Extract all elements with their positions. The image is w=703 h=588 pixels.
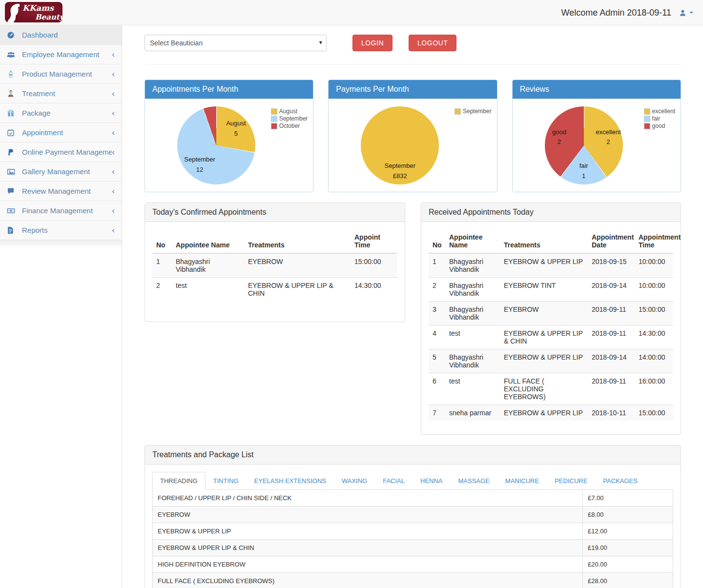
sidebar-item-package[interactable]: Package ‹ — [0, 103, 122, 123]
table-cell: EYEBROW & UPPER LIP & CHIN — [244, 278, 351, 302]
legend-item: September — [455, 108, 492, 115]
sidebar-item-review-management[interactable]: Review Management ‹ — [0, 182, 122, 201]
chart-body: August5September12 AugustSeptemberOctobe… — [145, 99, 313, 192]
tab-pedicure[interactable]: PEDICURE — [547, 472, 595, 490]
chevron-left-icon: ‹ — [112, 206, 115, 215]
column-header: Appointee Name — [172, 229, 244, 253]
caret-down-icon — [689, 12, 693, 14]
sidebar-item-online-payment-management[interactable]: Online Payment Management ‹ — [0, 142, 122, 162]
table-cell: 2018-09-11 — [588, 325, 635, 349]
sidebar-item-reports[interactable]: Reports ‹ — [0, 221, 122, 240]
legend-item: August — [271, 108, 308, 115]
table-cell: 10:00:00 — [635, 253, 673, 278]
chevron-left-icon: ‹ — [112, 226, 115, 234]
panel-title: Payments Per Month — [329, 80, 496, 99]
payments-per-month-panel: Payments Per Month September£832 Septemb… — [328, 80, 497, 192]
table-cell: EYEBROW & UPPER LIP — [500, 349, 588, 373]
legend-swatch — [644, 108, 650, 115]
table-row: 4testEYEBROW & UPPER LIP & CHIN2018-09-1… — [429, 325, 673, 349]
legend-item: September — [271, 115, 308, 122]
tab-manicure[interactable]: MANICURE — [497, 472, 547, 490]
sidebar-item-treatment[interactable]: Treatment ‹ — [0, 84, 122, 103]
legend-label: September — [279, 115, 308, 122]
column-header: Appointment Time — [635, 229, 673, 253]
sidebar-item-appointment[interactable]: Appointment ‹ — [0, 123, 122, 142]
main-content: Select Beautician ▼ LOGIN LOGOUT Appoint… — [123, 26, 703, 588]
sidebar-item-dashboard[interactable]: Dashboard — [0, 25, 122, 45]
legend-swatch — [271, 108, 277, 115]
table-cell: 16:00:00 — [635, 373, 673, 405]
table-cell: test — [445, 373, 500, 405]
sidebar-shadow — [0, 240, 122, 248]
calendar-check-icon — [7, 129, 19, 137]
table-row: 1Bhagyashri VibhandikEYEBROW & UPPER LIP… — [429, 253, 673, 278]
image-icon — [7, 168, 19, 176]
table-cell: 15:00:00 — [635, 302, 673, 325]
table-cell: EYEBROW & UPPER LIP & CHIN — [153, 540, 583, 556]
column-header: Treatments — [500, 229, 588, 253]
sidebar-item-label: Dashboard — [22, 31, 115, 39]
chevron-left-icon: ‹ — [112, 50, 115, 59]
beautician-select-wrap: Select Beautician ▼ — [145, 35, 327, 51]
pie-slice-label: excellent2 — [596, 127, 620, 148]
sidebar-item-label: Review Management — [22, 187, 112, 195]
table-row: 7sneha parmarEYEBROW & UPPER LIP2018-10-… — [429, 405, 673, 421]
table-cell: £19.00 — [583, 540, 673, 556]
tab-packages[interactable]: PACKAGES — [595, 472, 645, 490]
table-cell: 2018-09-11 — [588, 302, 635, 325]
tab-threading[interactable]: THREADING — [152, 472, 206, 490]
column-header: Appointee Name — [445, 229, 500, 253]
tab-massage[interactable]: MASSAGE — [451, 472, 497, 490]
table-cell: 10:00:00 — [635, 278, 673, 302]
legend-swatch — [271, 116, 277, 122]
users-icon — [7, 51, 19, 59]
legend-item: good — [644, 122, 675, 129]
payments-pie-chart[interactable]: September£832 — [361, 106, 439, 184]
sidebar-item-label: Package — [22, 109, 112, 117]
panel-title: Reviews — [513, 80, 681, 99]
table-cell: EYEBROW & UPPER LIP — [500, 405, 588, 421]
legend-item: October — [271, 122, 308, 129]
sidebar-item-label: Treatment — [22, 89, 112, 98]
sidebar-item-employee-management[interactable]: Employee Management ‹ — [0, 45, 122, 64]
table-row: 2Bhagyashri VibhandikEYEBROW TINT2018-09… — [429, 278, 673, 302]
sidebar-item-product-management[interactable]: Product Management ‹ — [0, 64, 122, 84]
table-cell: 14:00:00 — [635, 349, 673, 373]
table-cell: 1 — [152, 253, 172, 278]
brand-logo[interactable]: KKams Beauty — [4, 1, 63, 23]
user-menu[interactable] — [679, 9, 693, 17]
tab-eyelash-extensions[interactable]: EYELASH EXTENSIONS — [247, 472, 334, 490]
file-report-icon — [7, 226, 19, 234]
table-cell: EYEBROW — [500, 302, 588, 325]
appointments-pie-chart[interactable]: August5September12 — [177, 106, 255, 184]
table-cell: HIGH DEFINITION EYEBROW — [153, 556, 583, 573]
chart-legend: AugustSeptemberOctober — [270, 107, 309, 130]
sidebar-item-gallery-management[interactable]: Gallery Management ‹ — [0, 162, 122, 182]
table-cell: Bhagyashri Vibhandik — [445, 253, 500, 278]
table-cell: 15:00:00 — [351, 253, 397, 278]
logout-button[interactable]: LOGOUT — [409, 35, 456, 51]
tab-tinting[interactable]: TINTING — [206, 472, 247, 490]
tab-henna[interactable]: HENNA — [413, 472, 451, 490]
legend-label: October — [279, 122, 300, 129]
money-bill-icon — [7, 207, 19, 215]
threading-price-table: FOREHEAD / UPPER LIP / CHIN SIDE / NECK£… — [152, 489, 673, 588]
treatments-package-panel: Treatments and Package List THREADING TI… — [145, 445, 681, 588]
table-cell: 5 — [429, 349, 445, 373]
reviews-pie-chart[interactable]: excellent2fair1good2 — [545, 106, 623, 184]
panel-title: Appointments Per Month — [145, 80, 313, 99]
chart-body: September£832 September — [329, 99, 496, 192]
reviews-panel: Reviews excellent2fair1good2 excellentfa… — [512, 80, 681, 192]
chart-body: excellent2fair1good2 excellentfairgood — [513, 99, 681, 192]
table-cell: 15:00:00 — [635, 405, 673, 421]
legend-swatch — [455, 108, 461, 115]
table-cell: 4 — [429, 325, 445, 349]
chevron-left-icon: ‹ — [112, 109, 115, 117]
top-navbar: KKams Beauty Welcome Admin 2018-09-11 — [0, 0, 703, 25]
login-button[interactable]: LOGIN — [352, 35, 393, 51]
beautician-select[interactable]: Select Beautician — [145, 35, 327, 51]
tab-facial[interactable]: FACIAL — [375, 472, 413, 490]
table-cell: 2 — [152, 278, 172, 302]
tab-waxing[interactable]: WAXING — [334, 472, 375, 490]
sidebar-item-finance-management[interactable]: Finance Management ‹ — [0, 201, 122, 221]
